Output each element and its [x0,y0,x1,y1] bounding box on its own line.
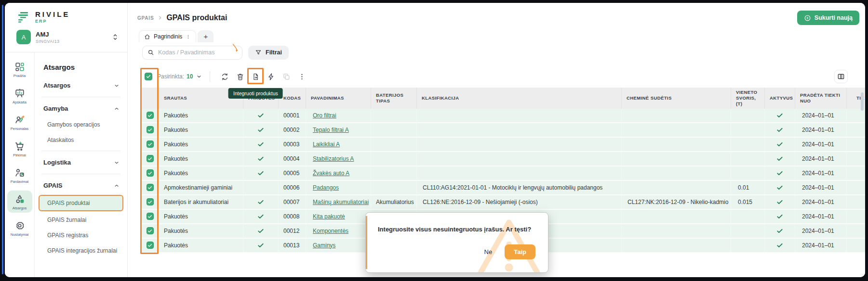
copy-button[interactable] [280,71,292,82]
cell-kodas: 00003 [279,138,306,152]
app-logo[interactable]: RIVILE ERP [13,10,120,24]
select-all-checkbox[interactable] [145,73,152,80]
row-checkbox[interactable] [147,140,154,148]
sidebar-group-logistika[interactable]: Logistika [35,154,127,171]
breadcrumb-root[interactable]: GPAIS [137,15,154,21]
row-checkbox[interactable] [147,213,154,220]
plus-circle-icon [804,14,811,22]
filters-button[interactable]: Filtrai [248,46,289,60]
product-link[interactable]: Komponentės [313,228,348,234]
product-link[interactable]: Padangos [313,184,339,191]
sidebar-item-gamybos-operacijos[interactable]: Gamybos operacijos [35,117,127,132]
sidebar-group-atsargos[interactable]: Atsargos [35,77,127,94]
cell-klasifikacija [417,138,622,152]
row-checkbox[interactable] [147,227,154,234]
cell-klasifikacija: CL126:NE:2016-12-09 - Nešiojamieji (-osi… [417,195,622,210]
shapes-icon [14,194,25,204]
row-checkbox[interactable] [147,242,154,249]
rail-item-apskaita[interactable]: Apskaita [7,85,32,107]
cell-vieneto-svoris [731,166,765,181]
sidebar-item-ataskaitos[interactable]: Ataskaitos [35,132,127,148]
user-name: AMJ [36,31,107,38]
rail-item-pardavimai[interactable]: Pardavimai [7,164,32,186]
create-new-button[interactable]: Sukurti naują [797,11,859,25]
cell-vieneto-svoris [731,224,765,239]
product-link[interactable]: Žvakės auto A [313,170,349,177]
user-switcher[interactable]: A AMJ SINGVAI13 [16,30,119,44]
sidebar-item-gpais-registras[interactable]: GPAIS registras [35,228,127,243]
cell-select [141,138,159,152]
sidebar: RIVILE ERP A AMJ SINGVAI13 PradžiaApskai… [5,3,128,277]
rail-item-label: Nustatymai [11,232,29,237]
sidebar-item-gpais-produktai[interactable]: GPAIS produktai [39,195,123,211]
sidebar-group-gpais[interactable]: GPAIS [35,177,127,194]
refresh-button[interactable] [219,71,230,82]
row-checkbox[interactable] [147,169,154,177]
sidebar-group-gamyba[interactable]: Gamyba [35,100,127,117]
column-header-pavadinimas: PAVADINIMAS [306,88,371,109]
menu-divider [41,97,120,97]
delete-button[interactable] [234,71,246,82]
column-header-prad-ta-tiekti-nuo: PRADĖTA TIEKTI NUO [795,88,847,109]
cell-tiekejas [847,195,865,210]
product-link[interactable]: Stabilizatorius A [313,155,354,162]
sidebar-item-gpais-urnalai[interactable]: GPAIS žurnalai [35,212,127,228]
more-actions-button[interactable] [296,71,307,82]
row-checkbox[interactable] [147,112,154,119]
cell-klasifikacija [417,123,622,138]
cell-chemine-sudetis: CL127:NK:2016-12-09 - Nikelio-kadmio [622,195,731,210]
rail-item-personalas[interactable]: Personalas [7,111,32,133]
rail-item-atsargos[interactable]: Atsargos [7,191,32,213]
table-row: Baterijos ir akumuliatoriai00007Mašinų a… [141,195,865,210]
row-checkbox[interactable] [147,155,154,162]
frame-accent-line [2,5,3,274]
tab-label: Pagrindinis [154,33,182,40]
kebab-menu-icon[interactable] [186,34,191,40]
rail-item-pirkimai[interactable]: Pirkimai [7,138,32,160]
add-tab-button[interactable]: + [198,30,214,42]
cell-tiekejas [847,166,865,181]
tab-pagrindinis[interactable]: Pagrindinis [139,30,196,42]
cell-kodas: 00006 [279,181,306,195]
cell-chemine-sudetis [622,181,731,195]
nav-rail: PradžiaApskaitaPersonalasPirkimaiPardavi… [5,52,35,277]
product-link[interactable]: Mašinų akumuliatoriai [313,199,369,205]
cell-aktyvus [765,123,795,138]
cell-aktyvus [765,195,795,210]
row-checkbox[interactable] [147,184,154,191]
column-settings-button[interactable] [834,70,848,83]
chevron-updown-icon[interactable] [112,33,119,41]
row-checkbox[interactable] [147,126,154,133]
cell-kodas: 00005 [279,166,306,181]
product-link[interactable]: Laikikliai A [313,141,340,148]
cell-srautas: Pakuotės [159,109,243,123]
rail-item-pradzia[interactable]: Pradžia [7,58,32,80]
quick-actions-button[interactable] [265,71,277,82]
product-link[interactable]: Oro filtrai [313,112,336,119]
rail-item-nustatymai[interactable]: Nustatymai [7,217,32,239]
dashboard-icon [14,62,25,72]
table-row: Pakuotės00001Oro filtrai2024–01–01 [141,109,865,123]
cell-tiekejas [847,109,865,123]
integrate-products-button[interactable]: Integruoti produktus [250,71,261,82]
sidebar-item-gpais-integracijos-urnalai[interactable]: GPAIS integracijos žurnalai [35,243,127,258]
vertical-scrollbar[interactable] [861,92,864,111]
row-checkbox[interactable] [147,198,154,205]
dialog-yes-button[interactable]: Taip [505,244,535,259]
search-input[interactable] [158,49,237,56]
cell-select [141,181,159,195]
table-row: Apmokestinamieji gaminiai00006PadangosCL… [141,181,865,195]
selected-count: 10 [187,73,193,80]
cart-icon [14,141,25,152]
product-link[interactable]: Gaminys [313,242,335,249]
selected-count-dropdown[interactable]: Pasirinkta: 10 [157,73,202,80]
product-link[interactable]: Tepalo filtrai A [313,127,349,133]
product-link[interactable]: Kita pakuotė [313,213,345,220]
rail-item-label: Pirkimai [13,153,26,157]
cell-chemine-sudetis [622,239,731,253]
dialog-no-button[interactable]: Ne [484,248,493,255]
cell-select [141,123,159,138]
lightning-icon [267,73,275,81]
search-icon [147,49,154,56]
cell-aktyvus [765,166,795,181]
